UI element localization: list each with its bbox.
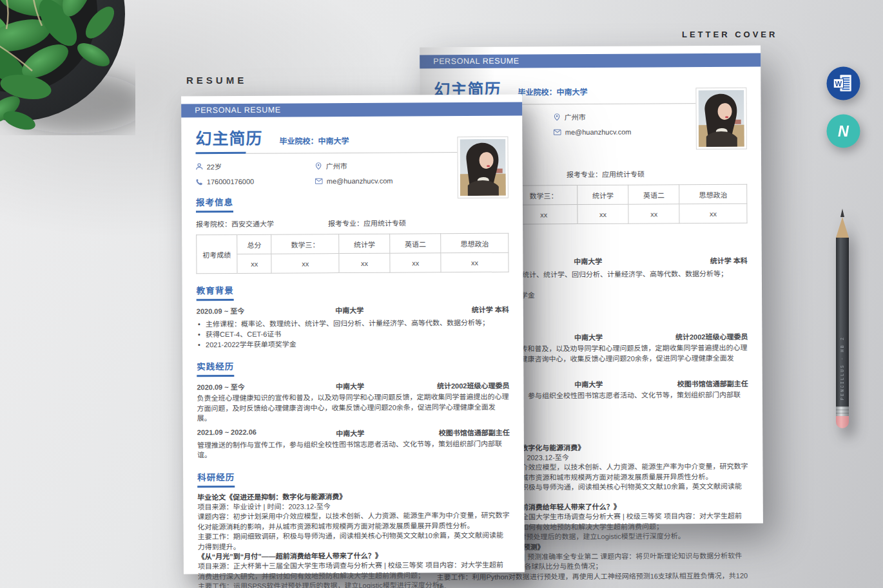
score-table-rowhead: 初考成绩 (197, 234, 237, 273)
section-apply-title: 报考信息 (196, 195, 233, 213)
score-value: xx (271, 254, 339, 274)
score-value: xx (390, 253, 441, 272)
envelope-icon (554, 129, 561, 135)
profile-photo (457, 137, 509, 198)
score-table: 初考成绩 总分 数学三： 统计学 英语二 思想政治 xx xx xx xx xx (196, 233, 509, 274)
letter-cover-label: LETTER COVER (682, 30, 777, 39)
pencil-eraser (836, 416, 849, 428)
score-col-header: 英语二 (628, 185, 679, 204)
score-value: xx (237, 254, 272, 273)
education-degree: 统计学 本科 (412, 304, 509, 315)
pencil: PENCILLUS · HB 2 (836, 209, 849, 428)
education-school: 中南大学 (525, 256, 651, 267)
score-value: xx (628, 204, 679, 223)
resume-name: 幻主简历 (195, 126, 262, 149)
contact-city-text: 广州市 (326, 160, 347, 171)
score-table-header-row: 初考成绩 总分 数学三： 统计学 英语二 思想政治 (197, 233, 509, 254)
section-research-title: 科研经历 (197, 469, 235, 487)
contact-age: 22岁 (196, 160, 315, 171)
resume-content: 幻主简历 毕业院校：中南大学 22岁 广州市 176000176000 (181, 124, 525, 588)
practice-org: 中南大学 (526, 378, 652, 389)
research-line: 课题内容：初步计划采用中介效应模型，以技术创新、人力资源、能源生产率为中介变量，… (197, 511, 510, 532)
practice-org: 中南大学 (287, 381, 412, 392)
word-icon: W (826, 66, 860, 100)
score-col-header: 总分 (237, 234, 272, 254)
person-icon (196, 163, 203, 170)
research-block: 毕业论文《促进还是抑制：数字化与能源消费》 项目来源：毕业设计 | 时间：202… (197, 491, 510, 588)
profile-photo (695, 88, 747, 149)
score-col-header: 统计学 (577, 185, 628, 204)
resume-label: RESUME (186, 75, 247, 86)
location-icon (315, 162, 322, 169)
research-line: 主要工作：期间细致调研，积极与导师沟通，阅读相关核心刊物英文文献10余篇，英文文… (198, 531, 510, 552)
practice-role: 统计2002班级心理委员 (412, 380, 509, 391)
education-school: 中南大学 (287, 305, 412, 316)
score-col-header: 统计学 (339, 234, 390, 253)
apply-major: 报考专业：应用统计专硕 (567, 169, 645, 180)
contact-grid: 22岁 广州市 176000176000 me@huanzhucv.com (196, 160, 428, 185)
practice-period: 2020.09 ~ 至今 (197, 381, 287, 392)
contact-phone: 176000176000 (196, 177, 315, 185)
practice-period: 2021.09 ~ 2022.06 (197, 428, 287, 439)
logo-n-icon: N (826, 114, 860, 148)
contact-email-text: me@huanzhucv.com (565, 128, 632, 137)
huanzhu-logo-icon: N (826, 114, 860, 148)
score-value: xx (577, 204, 628, 223)
practice-desc: 负责全班心理健康知识的宣传和普及，以及劝导同学和心理问题反馈，定期收集同学普遍提… (197, 392, 509, 424)
section-research-head: 科研经历 (197, 468, 510, 488)
research-line: 项目来源：正大杯第十三届全国大学生市场调查与分析大赛 | 校级三等奖 项目内容：… (198, 560, 510, 582)
portrait-image (460, 139, 505, 196)
section-practice-head: 实践经历 (197, 358, 509, 377)
mockup-scene: RESUME LETTER COVER PERSONAL RESUME 幻主简历… (0, 0, 883, 588)
section-education-head: 教育背景 (197, 282, 509, 301)
contact-email: me@huanzhucv.com (554, 128, 666, 136)
education-degree: 统计学 本科 (651, 255, 748, 266)
pencil-brand-text: PENCILLUS · HB 2 (840, 336, 845, 400)
score-value: xx (441, 252, 509, 272)
score-value: xx (679, 204, 747, 223)
apply-row: 报考院校：西安交通大学 报考专业：应用统计专硕 (196, 217, 509, 229)
graduate-school: 毕业院校：中南大学 (279, 135, 349, 146)
portrait-image (698, 90, 744, 147)
resume-topbar: PERSONAL RESUME (420, 53, 761, 69)
score-col-header: 英语二 (390, 234, 441, 253)
resume-sheet: PERSONAL RESUME 幻主简历 毕业院校：中南大学 22岁 广州市 (181, 102, 525, 588)
practice-org: 中南大学 (525, 332, 651, 343)
pencil-lead (840, 209, 844, 217)
contact-city: 广州市 (554, 111, 666, 122)
practice-row: 2021.09 ~ 2022.06 中南大学 校图书馆信通部副主任 (197, 426, 510, 439)
pencil-ferrule (836, 406, 849, 416)
phone-icon (196, 178, 203, 185)
practice-org: 中南大学 (287, 427, 413, 438)
contact-age-text: 22岁 (207, 161, 222, 171)
pencil-body: PENCILLUS · HB 2 (836, 238, 849, 406)
name-underline-accent (196, 152, 246, 154)
contact-phone-text: 176000176000 (207, 178, 254, 185)
resume-topbar: PERSONAL RESUME (181, 102, 522, 118)
contact-city-text: 广州市 (565, 111, 586, 122)
contact-email-text: me@huanzhucv.com (327, 177, 393, 185)
score-col-header: 思想政治 (441, 233, 509, 253)
education-period: 2020.09 ~ 至今 (197, 305, 287, 316)
resume-page-front: PERSONAL RESUME 幻主简历 毕业院校：中南大学 22岁 广州市 (181, 95, 525, 574)
section-education-title: 教育背景 (197, 283, 234, 301)
practice-row: 2020.09 ~ 至今 中南大学 统计2002班级心理委员 (197, 380, 509, 392)
word-app-icon: W (826, 66, 860, 100)
apply-school: 报考院校：西安交通大学 (196, 218, 328, 229)
score-col-header: 思想政治 (679, 184, 747, 204)
education-bullets: 主修课程：概率论、数理统计、统计学、回归分析、计量经济学、高等代数、数据分析等；… (197, 318, 509, 350)
practice-role: 校图书馆信通部副主任 (652, 377, 748, 388)
pencil-wood-tip (836, 217, 849, 238)
practice-role: 统计2002班级心理委员 (651, 331, 748, 342)
location-icon (554, 113, 561, 120)
contact-city: 广州市 (315, 160, 428, 171)
score-value: xx (339, 253, 390, 272)
practice-role: 校图书馆信通部副主任 (413, 426, 510, 437)
graduate-school: 毕业院校：中南大学 (518, 86, 587, 97)
research-line: 主要工作：运用SPSS软件对预处理后的数据，建立Logistic模型进行深度分析… (198, 580, 510, 588)
apply-major: 报考专业：应用统计专硕 (328, 218, 406, 229)
score-col-header: 数学三： (271, 234, 339, 254)
envelope-icon (315, 178, 323, 184)
resume-page-front-slot: PERSONAL RESUME 幻主简历 毕业院校：中南大学 22岁 广州市 (181, 102, 525, 588)
education-bullet: 2021-2022学年获单项奖学金 (197, 338, 509, 350)
